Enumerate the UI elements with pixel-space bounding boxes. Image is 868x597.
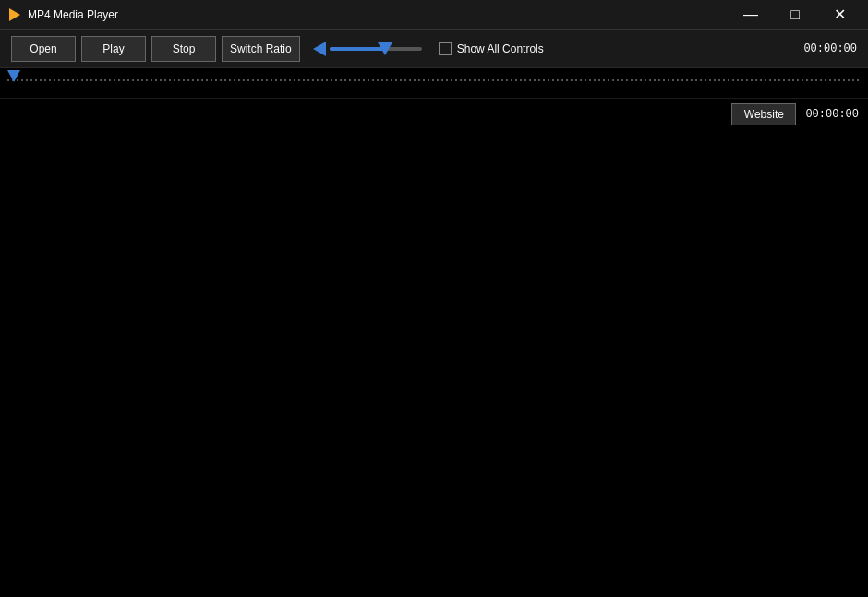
elapsed-time: 00:00:00 — [803, 42, 857, 55]
website-button[interactable]: Website — [731, 103, 796, 125]
show-all-controls-area: Show All Controls — [439, 42, 544, 55]
app-icon — [7, 7, 22, 22]
close-button[interactable]: ✕ — [818, 1, 861, 29]
seek-bar-row[interactable] — [0, 68, 868, 98]
title-bar: MP4 Media Player — □ ✕ — [0, 0, 868, 30]
seek-thumb — [7, 70, 20, 82]
window-controls: — □ ✕ — [729, 1, 861, 29]
video-display-area — [0, 129, 868, 597]
maximize-button[interactable]: □ — [774, 1, 816, 29]
controls-bar: Open Play Stop Switch Ratio Show All Con… — [0, 30, 868, 68]
show-all-controls-checkbox[interactable] — [439, 42, 452, 55]
window-title: MP4 Media Player — [28, 8, 729, 21]
volume-slider[interactable] — [330, 47, 422, 51]
show-all-controls-label: Show All Controls — [457, 42, 544, 55]
play-button[interactable]: Play — [81, 36, 146, 62]
volume-fill — [330, 47, 385, 51]
info-bar: Website 00:00:00 — [0, 98, 868, 129]
info-time-display: 00:00:00 — [805, 108, 859, 121]
seek-track[interactable] — [7, 79, 861, 81]
stop-button[interactable]: Stop — [151, 36, 216, 62]
volume-icon[interactable] — [313, 42, 326, 56]
switch-ratio-button[interactable]: Switch Ratio — [222, 36, 300, 62]
volume-area — [313, 42, 422, 56]
volume-thumb — [378, 42, 392, 55]
minimize-button[interactable]: — — [729, 1, 772, 29]
open-button[interactable]: Open — [11, 36, 76, 62]
svg-marker-0 — [9, 8, 20, 21]
